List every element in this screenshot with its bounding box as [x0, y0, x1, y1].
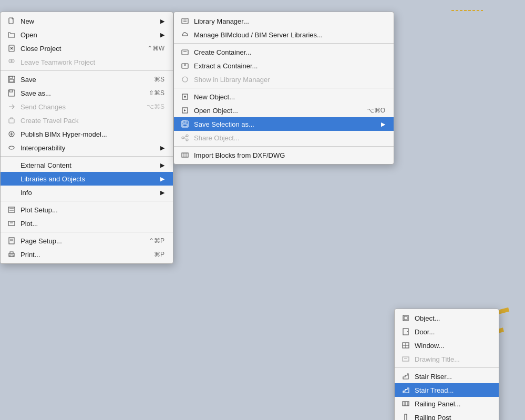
external-content-icon [7, 160, 16, 170]
save-selection-arrow: ▶ [381, 121, 385, 128]
file-menu-page-setup[interactable]: Page Setup... ⌃⌘P [1, 234, 173, 248]
lib-sep2 [174, 88, 394, 88]
svg-point-26 [11, 59, 14, 63]
info-arrow: ▶ [160, 189, 164, 196]
lib-open-object[interactable]: Open Object... ⌥⌘O [174, 104, 394, 117]
svg-rect-44 [182, 18, 188, 24]
svg-rect-47 [182, 50, 188, 55]
new-doc-icon [7, 16, 16, 26]
file-menu-libraries[interactable]: Libraries and Objects ▶ [1, 172, 173, 186]
file-menu-save[interactable]: Save ⌘S [1, 73, 173, 86]
file-menu-external-content[interactable]: External Content ▶ [1, 158, 173, 172]
import-blocks-icon [180, 150, 190, 160]
sep4 [1, 232, 173, 232]
svg-rect-29 [9, 79, 14, 82]
svg-rect-31 [9, 90, 13, 92]
lib-sep1 [174, 43, 394, 44]
svg-rect-37 [8, 221, 15, 226]
svg-line-61 [184, 136, 186, 138]
lib-show-library: Show in Library Manager [174, 73, 394, 86]
svg-point-58 [186, 135, 188, 137]
svg-point-60 [182, 137, 184, 139]
open-folder-icon [7, 30, 16, 39]
extract-icon [180, 61, 190, 70]
file-menu-save-as[interactable]: Save as... ⇧⌘S [1, 86, 173, 100]
libraries-icon [7, 174, 16, 183]
file-menu-print[interactable]: Print... ⌘P [1, 248, 173, 261]
svg-rect-43 [10, 255, 13, 257]
file-menu-plot[interactable]: Plot... [1, 217, 173, 230]
file-menu-open[interactable]: Open ▶ [1, 28, 173, 42]
lib-sep3 [174, 146, 394, 147]
lib-import-blocks[interactable]: Import Blocks from DXF/DWG [174, 148, 394, 162]
lib-manage-bimcloud[interactable]: Manage BIMcloud / BIM Server Libraries..… [174, 28, 394, 42]
svg-rect-56 [183, 121, 186, 123]
file-menu-info[interactable]: Info ▶ [1, 186, 173, 199]
file-menu-publish-bimx[interactable]: Publish BIMx Hyper-model... [1, 127, 173, 141]
svg-rect-57 [183, 124, 187, 127]
svg-rect-63 [182, 153, 188, 157]
lib-create-container[interactable]: Create Container... [174, 45, 394, 59]
sep2 [1, 156, 173, 157]
file-menu-close-project[interactable]: Close Project ⌃⌘W [1, 42, 173, 55]
teamwork-icon [7, 57, 16, 67]
container-icon [180, 47, 190, 57]
svg-point-59 [186, 139, 188, 141]
new-arrow: ▶ [160, 18, 164, 25]
svg-point-50 [182, 77, 188, 82]
close-doc-icon [7, 44, 16, 53]
stair-visual [415, 273, 509, 420]
lib-extract-container[interactable]: Extract a Container... [174, 59, 394, 73]
dimension-indicator [451, 5, 483, 17]
open-object-icon [180, 106, 190, 115]
show-library-icon [180, 75, 190, 84]
libraries-arrow: ▶ [160, 176, 164, 182]
cloud-icon [180, 30, 190, 39]
svg-line-62 [184, 138, 186, 139]
save-icon [7, 75, 16, 84]
save-as-icon [7, 88, 16, 98]
page-setup-icon [7, 236, 16, 245]
svg-rect-32 [9, 119, 14, 123]
libraries-submenu-container: Library Manager... Manage BIMcloud / BIM… [173, 12, 394, 165]
file-menu-new[interactable]: New ▶ [1, 14, 173, 28]
share-object-icon [180, 133, 190, 142]
print-icon [7, 250, 16, 259]
pack-icon [7, 116, 16, 125]
library-manager-icon [180, 16, 190, 26]
libraries-dropdown[interactable]: Library Manager... Manage BIMcloud / BIM… [173, 12, 394, 165]
file-menu-leave-teamwork: Leave Teamwork Project [1, 55, 173, 69]
file-menu-travel-pack: Create Travel Pack [1, 114, 173, 127]
file-menu-plot-setup[interactable]: Plot Setup... [1, 203, 173, 217]
lib-share-object: Share Object... [174, 131, 394, 145]
new-object-icon [180, 92, 190, 101]
interop-icon [7, 143, 16, 152]
svg-rect-28 [9, 76, 13, 78]
open-arrow: ▶ [160, 32, 164, 38]
plot-icon [7, 219, 16, 228]
external-content-arrow: ▶ [160, 162, 164, 169]
sep3 [1, 201, 173, 201]
interop-arrow: ▶ [160, 145, 164, 151]
info-icon [7, 188, 16, 197]
lib-library-manager[interactable]: Library Manager... [174, 14, 394, 28]
sep1 [1, 70, 173, 71]
send-icon [7, 102, 16, 111]
svg-rect-34 [8, 207, 15, 212]
bimx-icon [7, 129, 16, 139]
plot-setup-icon [7, 205, 16, 214]
lib-new-object[interactable]: New Object... [174, 90, 394, 104]
file-menu-send-changes: Send Changes ⌥⌘S [1, 100, 173, 114]
save-selection-icon [180, 119, 190, 129]
file-menu-interoperability[interactable]: Interoperability ▶ [1, 141, 173, 155]
lib-save-selection[interactable]: Save Selection as... ▶ [174, 117, 394, 131]
file-menu-dropdown[interactable]: New ▶ Open ▶ Close Project ⌃⌘W Leave Tea… [0, 12, 173, 264]
